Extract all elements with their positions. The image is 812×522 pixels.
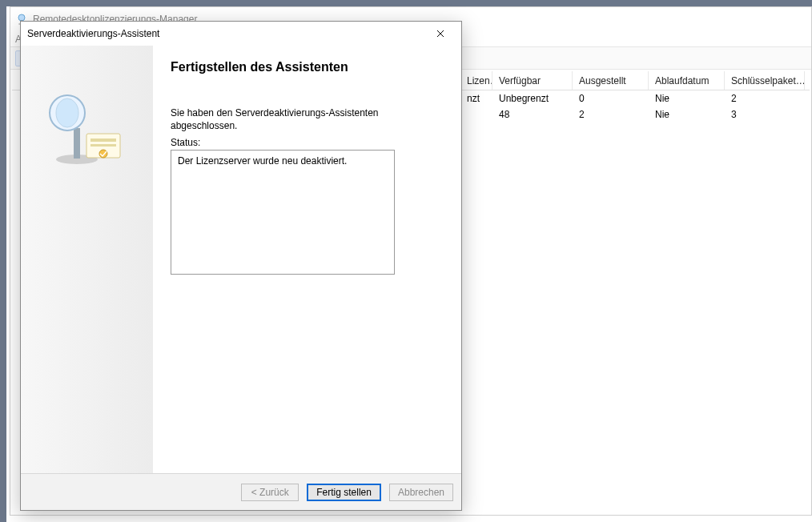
wizard-button-bar: < Zurück Fertig stellen Abbrechen [21, 473, 461, 510]
wizard-heading: Fertigstellen des Assistenten [171, 60, 445, 74]
cell: Unbegrenzt [492, 93, 573, 104]
cell: 0 [573, 93, 649, 104]
cell: 2 [725, 93, 805, 104]
cell: 48 [492, 109, 573, 120]
cell: 2 [573, 109, 649, 120]
cell: Nie [649, 93, 725, 104]
wizard-dialog: Serverdeaktivierungs-Assistent [20, 21, 462, 511]
status-label: Status: [171, 137, 445, 148]
close-button[interactable] [424, 24, 456, 43]
svg-point-0 [18, 14, 25, 21]
wizard-sidebar-graphic [46, 84, 127, 172]
wizard-titlebar[interactable]: Serverdeaktivierungs-Assistent [21, 22, 461, 46]
svg-rect-8 [90, 139, 116, 142]
svg-point-6 [56, 98, 78, 127]
wizard-title: Serverdeaktivierungs-Assistent [27, 28, 159, 39]
cell: Nie [649, 109, 725, 120]
cell: nzt [460, 93, 492, 104]
status-box: Der Lizenzserver wurde neu deaktiviert. [171, 150, 395, 275]
cancel-button: Abbrechen [389, 484, 453, 501]
col-header-schluesselpaket[interactable]: Schlüsselpaket… [725, 71, 805, 90]
svg-rect-9 [90, 144, 116, 147]
col-header-ablaufdatum[interactable]: Ablaufdatum [649, 71, 725, 90]
close-icon [436, 27, 444, 40]
cell: 3 [725, 109, 805, 120]
finish-button[interactable]: Fertig stellen [307, 484, 381, 501]
wizard-main-panel: Fertigstellen des Assistenten Sie haben … [153, 46, 461, 473]
back-button: < Zurück [241, 484, 299, 501]
col-header-verfuegbar[interactable]: Verfügbar [492, 71, 573, 90]
wizard-completion-text: Sie haben den Serverdeaktivierungs-Assis… [171, 106, 391, 132]
col-header-lizen[interactable]: Lizen… [460, 71, 492, 90]
svg-rect-4 [74, 128, 80, 159]
status-text: Der Lizenzserver wurde neu deaktiviert. [178, 155, 347, 167]
col-header-ausgestellt[interactable]: Ausgestellt [573, 71, 649, 90]
wizard-sidebar [21, 46, 153, 473]
